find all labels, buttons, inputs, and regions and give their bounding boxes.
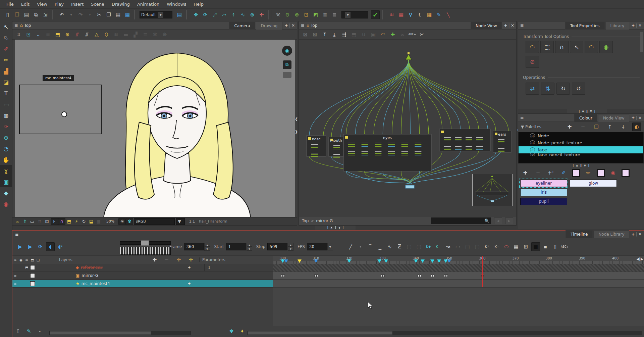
keyframe-mark[interactable] (444, 275, 448, 277)
layer-visible-icon[interactable]: ∞ (12, 274, 18, 278)
delete-node-icon[interactable]: ⊠ (301, 30, 310, 39)
node-graph[interactable]: eyesnosemouthears (299, 40, 516, 217)
frame-value[interactable]: 360 (184, 243, 204, 250)
chevron-down-icon[interactable]: ▼ (176, 218, 185, 225)
tool-paint[interactable]: ◍ (0, 110, 12, 121)
track-mirror-g[interactable] (273, 272, 644, 280)
caption-abc-icon[interactable]: ABC+ (560, 242, 569, 251)
copy-icon[interactable]: ❐ (104, 10, 113, 19)
thumbnails-icon[interactable]: ⊞ (522, 242, 530, 251)
grid-icon[interactable]: ⌗ (14, 30, 23, 39)
add-view-button[interactable]: + (284, 23, 288, 28)
skew-tool-icon[interactable]: ▱ (220, 10, 228, 19)
pivot-point[interactable] (61, 111, 67, 117)
panel-menu-icon[interactable]: ≡ (520, 115, 524, 120)
effects-stack-icon[interactable]: ≋ (387, 10, 396, 19)
character-icon[interactable]: ⚲ (406, 10, 415, 19)
breadcrumb-root[interactable]: Top (302, 219, 309, 223)
home-icon[interactable]: ⌂ (20, 23, 23, 28)
solo-icon[interactable]: ◉ (18, 258, 24, 262)
close-view-button[interactable]: ✕ (638, 232, 642, 237)
keyframe-mark[interactable] (431, 275, 434, 277)
flip-vertical-icon[interactable]: ⇅ (541, 83, 554, 95)
scene-marker[interactable] (447, 259, 451, 263)
tool-transform-box[interactable]: ▣ (0, 176, 12, 187)
lock-dim-icon[interactable]: ⬒ (350, 30, 358, 39)
colorspace-combo[interactable]: sRGB (134, 218, 175, 225)
ik-tool-icon[interactable]: ✣ (257, 10, 266, 19)
tab-colour[interactable]: Colour (574, 114, 597, 122)
menu-insert[interactable]: Insert (67, 0, 87, 8)
tool-presets-icon[interactable]: ⚒ (274, 10, 282, 19)
add-texture-icon[interactable]: +ᵀ (546, 168, 555, 177)
selection-preset-icon[interactable]: ⊡ (302, 10, 311, 19)
function-editor-icon[interactable]: f. (416, 10, 424, 19)
snap-magnet-icon[interactable]: ∩ (555, 41, 569, 53)
layer-colour-chip[interactable] (30, 273, 35, 278)
tab-tool-properties[interactable]: Tool Properties (565, 22, 605, 30)
dim-1-icon[interactable]: ≋ (112, 30, 120, 39)
mirror-view-icon[interactable]: ⬯ (102, 30, 111, 39)
scene-marker[interactable] (384, 259, 388, 263)
transform-tool-icon[interactable]: ⊛ (248, 10, 257, 19)
palette-Node_pencil_texture[interactable]: ⊘Node_pencil_texture (519, 139, 643, 146)
no-transform-icon[interactable]: ⊘ (526, 56, 539, 68)
dim-2-icon[interactable]: ▬ (121, 30, 130, 39)
slider-a-icon[interactable]: ≣ (321, 10, 329, 19)
grid-small-icon[interactable]: ⌗ (36, 218, 43, 225)
layers-dim-icon[interactable]: ≡ (44, 30, 52, 39)
expand-parameters-icon[interactable]: ＋ (187, 264, 192, 271)
ease-curve-icon[interactable]: ∿ (385, 242, 394, 251)
sound-red-icon[interactable]: ⬭ (502, 242, 511, 251)
menu-scene[interactable]: Scene (87, 0, 108, 8)
translate-tool-icon[interactable]: ✥ (192, 10, 200, 19)
toolbar-separator[interactable] (382, 10, 385, 19)
tool-rectangle[interactable]: ▭ (0, 99, 12, 110)
keyframe-mark[interactable] (418, 275, 421, 277)
spin-up-icon[interactable]: ▲ (204, 243, 210, 247)
paste-special-icon[interactable]: ▦ (123, 10, 132, 19)
show-strokes-icon[interactable]: ⇑ (21, 218, 29, 225)
sound-scrub-icon[interactable]: ◖ˢ (56, 242, 65, 251)
tool-pencil[interactable]: ✏ (0, 54, 12, 65)
panel-splitter-control[interactable]: |∧‖∨| (567, 109, 607, 113)
fps-field[interactable]: 30▼ (307, 243, 333, 250)
menu-drawing[interactable]: Drawing (108, 0, 133, 8)
tool-text[interactable]: T (0, 88, 12, 99)
stencil-pen-icon[interactable]: ✎ (434, 10, 443, 19)
caption-icon[interactable]: ABC+ (408, 30, 417, 39)
curve-deformer-icon[interactable]: ⌄ (34, 30, 43, 39)
sound-icon[interactable]: ◖ (46, 242, 55, 251)
remove-layer-icon[interactable]: − (162, 255, 171, 264)
peg-selection-icon[interactable]: ◉ (599, 41, 613, 53)
reorder-icon[interactable]: ⇶ (340, 30, 348, 39)
lasso-mode-icon[interactable]: ◠ (526, 41, 539, 53)
gear-snowflake-icon[interactable]: ✳ (118, 218, 126, 225)
loop-icon[interactable]: ⟳ (36, 242, 45, 251)
scene-marker[interactable] (414, 259, 418, 263)
timeline-ruler[interactable]: 300310320330340350360370380390400 (273, 256, 644, 264)
swatch-glow[interactable]: glow (570, 180, 617, 187)
tool-paint-pot[interactable]: ◉ (0, 198, 12, 209)
add-view-button[interactable]: + (631, 232, 635, 237)
delete-all-icon[interactable]: ⊠ (311, 30, 319, 39)
k-minus-icon[interactable]: K⁻ (492, 242, 501, 251)
pin-grid-icon[interactable]: ▦ (397, 10, 406, 19)
tool-brush[interactable]: ✐ (0, 43, 12, 54)
close-view-button[interactable]: ✕ (511, 23, 514, 28)
panel-menu-icon[interactable]: ≡ (520, 23, 524, 28)
navigator-minimap[interactable] (472, 174, 513, 206)
keyframe-mark[interactable] (314, 275, 318, 277)
rotate-tool-icon[interactable]: ⟳ (201, 10, 210, 19)
onion-white-icon[interactable]: ⫻ (83, 30, 91, 39)
panel-menu-icon[interactable]: ≡ (14, 23, 18, 28)
splitter-left-arrow[interactable]: ❮ (295, 117, 298, 121)
panel-splitter-control[interactable]: |∧‖∨| (315, 226, 356, 230)
chevron-down-icon[interactable]: ▼ (158, 12, 163, 18)
redo-more-icon[interactable]: ▾ (86, 10, 94, 19)
ruler-pan-icon[interactable]: ◀‖▶ (637, 257, 643, 261)
undo-icon[interactable]: ↶ (57, 10, 66, 19)
toolbar-separator[interactable] (52, 10, 55, 19)
tool-stick-figure[interactable]: χ (0, 165, 12, 176)
selection-rectangle[interactable] (19, 85, 102, 134)
